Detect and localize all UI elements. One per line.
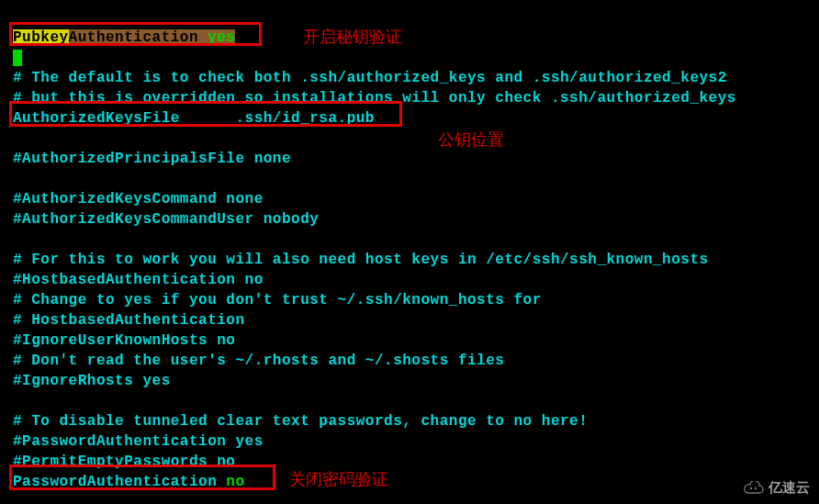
comment-line: # Change to yes if you don't trust ~/.ss…: [13, 290, 806, 310]
no-value: no: [226, 474, 244, 490]
comment-line: # HostbasedAuthentication: [13, 310, 806, 330]
comment-line: # but this is overridden so installation…: [13, 88, 806, 108]
annotation-pubkey: 开启秘钥验证: [303, 26, 402, 48]
comment-line: # For this to work you will also need ho…: [13, 250, 806, 270]
comment-line: #HostbasedAuthentication no: [13, 270, 806, 290]
comment-line: # The default is to check both .ssh/auth…: [13, 68, 806, 88]
watermark: 亿速云: [741, 479, 810, 497]
config-line-authkeys: AuthorizedKeysFile .ssh/id_rsa.pub: [13, 108, 806, 129]
watermark-text: 亿速云: [769, 479, 810, 497]
yes-value: yes: [208, 29, 235, 46]
empty-line: [13, 129, 806, 149]
comment-line: #PermitEmptyPasswords no: [13, 452, 806, 472]
comment-line: #IgnoreUserKnownHosts no: [13, 330, 806, 351]
annotation-authkeys: 公钥位置: [438, 129, 504, 151]
comment-line: # To disable tunneled clear text passwor…: [13, 411, 806, 431]
empty-line: [13, 169, 806, 189]
comment-line: #AuthorizedKeysCommandUser nobody: [13, 209, 806, 230]
comment-line: # Don't read the user's ~/.rhosts and ~/…: [13, 351, 806, 371]
config-line-password: PasswordAuthentication no: [13, 472, 806, 492]
pubkey-highlight: Pubkey: [13, 29, 69, 46]
comment-line: #IgnoreRhosts yes: [13, 371, 806, 391]
terminal-content: PubkeyAuthentication yes # The default i…: [13, 7, 806, 492]
comment-line: #PasswordAuthentication yes: [13, 431, 806, 452]
config-line-pubkey: PubkeyAuthentication yes: [13, 28, 806, 48]
annotation-password: 关闭密码验证: [289, 468, 388, 490]
empty-line: [13, 7, 806, 28]
empty-line: [13, 391, 806, 411]
auth-highlight: Authentication: [69, 29, 198, 46]
cursor-line: [13, 48, 806, 68]
cloud-icon: [741, 481, 765, 496]
svg-point-1: [755, 487, 757, 488]
comment-line: #AuthorizedKeysCommand none: [13, 189, 806, 209]
terminal-cursor: [13, 50, 22, 66]
svg-point-0: [750, 487, 752, 488]
comment-line: #AuthorizedPrincipalsFile none: [13, 149, 806, 169]
empty-line: [13, 230, 806, 250]
